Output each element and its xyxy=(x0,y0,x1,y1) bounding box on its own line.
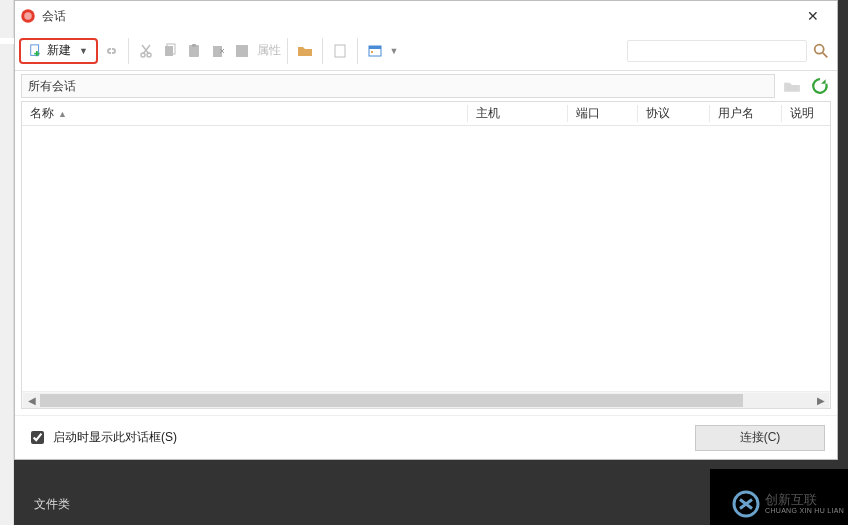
dialog-footer: 启动时显示此对话框(S) 连接(C) xyxy=(15,415,837,459)
connect-button-label: 连接(C) xyxy=(740,429,781,446)
session-dialog: 会话 ✕ 新建 ▼ 属性 ▼ 所有会话 xyxy=(14,0,838,460)
col-port[interactable]: 端口 xyxy=(568,105,638,122)
breadcrumb-path: 所有会话 xyxy=(28,78,76,95)
paste-icon[interactable] xyxy=(183,40,205,62)
svg-point-17 xyxy=(815,44,824,53)
copy-icon[interactable] xyxy=(159,40,181,62)
svg-point-1 xyxy=(24,12,32,20)
folder-icon[interactable] xyxy=(294,40,316,62)
col-user[interactable]: 用户名 xyxy=(710,105,782,122)
scroll-thumb[interactable] xyxy=(40,394,743,407)
left-edge-strip xyxy=(0,0,14,525)
toolbar-separator-2 xyxy=(287,38,288,64)
titlebar[interactable]: 会话 ✕ xyxy=(15,1,837,31)
col-desc[interactable]: 说明 xyxy=(782,105,830,122)
scroll-left-button[interactable]: ◀ xyxy=(23,393,40,408)
toolbar-separator-3 xyxy=(322,38,323,64)
col-name[interactable]: 名称 ▲ xyxy=(22,105,468,122)
col-desc-label: 说明 xyxy=(790,106,814,120)
properties-label[interactable]: 属性 xyxy=(257,42,281,59)
show-on-start-checkbox[interactable] xyxy=(31,431,44,444)
toolbar-separator xyxy=(128,38,129,64)
table-header: 名称 ▲ 主机 端口 协议 用户名 说明 xyxy=(22,102,830,126)
new-button[interactable]: 新建 ▼ xyxy=(19,38,98,64)
col-host[interactable]: 主机 xyxy=(468,105,568,122)
chevron-down-icon: ▼ xyxy=(79,46,88,56)
bg-category-label: 文件类 xyxy=(34,496,70,513)
folder-up-icon[interactable] xyxy=(781,75,803,97)
svg-rect-16 xyxy=(371,51,373,53)
svg-rect-13 xyxy=(335,45,345,57)
close-button[interactable]: ✕ xyxy=(793,8,833,24)
col-user-label: 用户名 xyxy=(718,106,754,120)
file-plus-icon xyxy=(29,44,43,58)
refresh-icon[interactable] xyxy=(809,75,831,97)
sessions-table: 名称 ▲ 主机 端口 协议 用户名 说明 ◀ ▶ xyxy=(21,101,831,409)
app-icon xyxy=(19,7,37,25)
scroll-track[interactable] xyxy=(40,393,812,408)
horizontal-scrollbar[interactable]: ◀ ▶ xyxy=(22,391,830,408)
brand-logo-icon xyxy=(731,489,761,519)
toolbar: 新建 ▼ 属性 ▼ xyxy=(15,31,837,71)
svg-rect-11 xyxy=(213,46,222,57)
search-input[interactable] xyxy=(627,40,807,62)
properties-icon[interactable] xyxy=(231,40,253,62)
left-edge-strip-notch xyxy=(0,38,14,44)
col-protocol-label: 协议 xyxy=(646,106,670,120)
col-host-label: 主机 xyxy=(476,106,500,120)
svg-rect-10 xyxy=(192,44,196,47)
sort-asc-icon: ▲ xyxy=(58,109,67,119)
svg-rect-15 xyxy=(369,46,381,49)
scroll-right-button[interactable]: ▶ xyxy=(812,393,829,408)
col-port-label: 端口 xyxy=(576,106,600,120)
search-icon[interactable] xyxy=(809,39,833,63)
table-body[interactable] xyxy=(22,126,830,391)
window-title: 会话 xyxy=(42,8,793,25)
brand-zh: 创新互联 xyxy=(765,493,844,507)
col-protocol[interactable]: 协议 xyxy=(638,105,710,122)
breadcrumb[interactable]: 所有会话 xyxy=(21,74,775,98)
show-on-start-label[interactable]: 启动时显示此对话框(S) xyxy=(53,429,177,446)
col-name-label: 名称 xyxy=(30,105,54,122)
delete-icon[interactable] xyxy=(207,40,229,62)
breadcrumb-row: 所有会话 xyxy=(15,71,837,101)
link-icon[interactable] xyxy=(100,40,122,62)
brand-en: CHUANG XIN HU LIAN xyxy=(765,507,844,515)
brand-watermark: 创新互联 CHUANG XIN HU LIAN xyxy=(731,489,844,519)
connect-button[interactable]: 连接(C) xyxy=(695,425,825,451)
svg-rect-4 xyxy=(34,52,39,54)
new-button-label: 新建 xyxy=(47,42,71,59)
svg-rect-12 xyxy=(236,45,248,57)
document-icon[interactable] xyxy=(329,40,351,62)
view-icon[interactable] xyxy=(364,40,386,62)
cut-icon[interactable] xyxy=(135,40,157,62)
chevron-down-icon[interactable]: ▼ xyxy=(388,40,400,62)
toolbar-separator-4 xyxy=(357,38,358,64)
